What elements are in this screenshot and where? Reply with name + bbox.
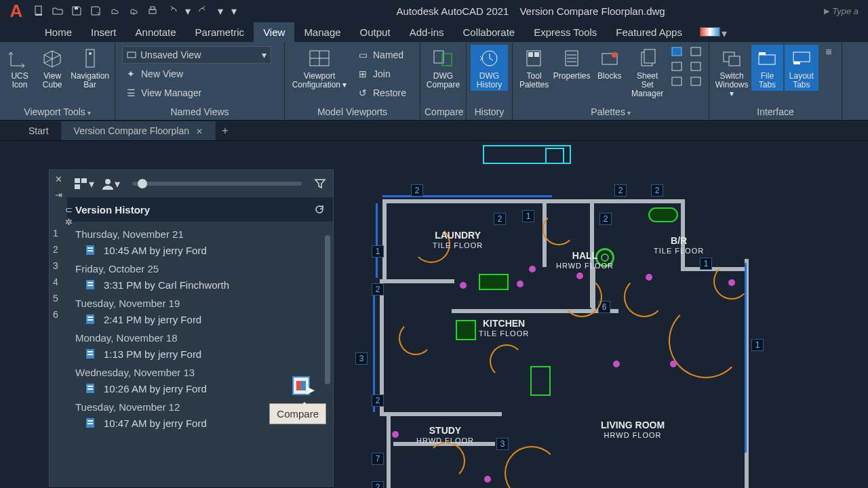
svg-rect-46	[87, 354, 93, 355]
tab-output[interactable]: Output	[351, 22, 400, 42]
dim-badge: 3	[355, 352, 368, 365]
open-icon[interactable]	[52, 5, 64, 17]
print-icon[interactable]	[146, 5, 159, 17]
filter-icon[interactable]	[314, 178, 326, 190]
palette-pin-icon[interactable]: ⇥	[55, 190, 62, 200]
vp-restore-button[interactable]: ↺Restore	[354, 84, 409, 102]
undo-icon[interactable]	[165, 5, 178, 17]
ribbon-dropdown-icon[interactable]: ▾	[722, 27, 731, 37]
version-entry[interactable]: 3:31 PM by Carl Finchworth	[67, 276, 333, 293]
panel-viewport-tools[interactable]: Viewport Tools	[4, 105, 111, 119]
version-group: Monday, November 18	[67, 328, 333, 345]
file-tabs-button[interactable]: File Tabs	[751, 45, 783, 91]
layout-tabs-button[interactable]: Layout Tabs	[785, 45, 818, 91]
version-entry[interactable]: 2:41 PM by jerry Ford	[67, 310, 333, 328]
named-view-combo[interactable]: Unsaved View▾	[122, 46, 271, 64]
tab-view[interactable]: View	[254, 22, 294, 42]
panel-compare: Compare	[425, 105, 462, 119]
color-swatch-icon[interactable]	[700, 27, 720, 37]
palette-header: Version History	[67, 197, 333, 222]
svg-rect-48	[87, 386, 93, 387]
palette-small-1-icon[interactable]	[671, 46, 683, 58]
new-icon[interactable]	[33, 5, 45, 17]
dim-badge: 2	[372, 481, 384, 488]
tab-annotate[interactable]: Annotate	[126, 22, 186, 42]
tab-home[interactable]: Home	[35, 22, 81, 42]
svg-rect-51	[87, 420, 93, 422]
tab-addins[interactable]: Add-ins	[400, 22, 454, 42]
dim-badge: 1	[372, 245, 384, 258]
version-entry[interactable]: 1:13 PM by jerry Ford	[67, 345, 333, 363]
interface-small-icon[interactable]: ≡	[823, 46, 835, 58]
start-tab[interactable]: Start	[16, 121, 62, 140]
palette-small-4-icon[interactable]	[690, 46, 702, 58]
add-tab-button[interactable]: +	[216, 125, 235, 137]
palette-close-icon[interactable]: ✕	[55, 174, 62, 184]
compare-version-button[interactable]	[292, 376, 310, 395]
tool-palettes-button[interactable]: Tool Palettes	[517, 45, 551, 91]
tab-collaborate[interactable]: Collaborate	[453, 22, 524, 42]
blocks-button[interactable]: Blocks	[592, 45, 627, 82]
close-icon[interactable]: ✕	[196, 127, 203, 136]
tab-parametric[interactable]: Parametric	[186, 22, 254, 42]
ribbon: UCS Icon View Cube Navigation Bar Viewpo…	[0, 42, 868, 121]
vp-named-button[interactable]: ▭Named	[354, 46, 409, 64]
time-slider[interactable]	[132, 182, 302, 186]
search-input[interactable]: Type a	[832, 6, 863, 16]
panel-palettes[interactable]: Palettes	[517, 105, 705, 119]
switch-windows-button[interactable]: Switch Windows ▾	[713, 45, 750, 100]
save-icon[interactable]	[71, 5, 83, 17]
panel-named-views: Named Views	[119, 105, 280, 119]
palette-small-3-icon[interactable]	[671, 76, 683, 88]
room-laundry: LAUNDRYTILE FLOOR	[433, 230, 483, 251]
svg-rect-1	[75, 7, 78, 9]
svg-rect-40	[87, 285, 93, 286]
tab-manage[interactable]: Manage	[294, 22, 350, 42]
tab-express[interactable]: Express Tools	[524, 22, 606, 42]
saveas-icon[interactable]	[90, 5, 102, 17]
gear-icon[interactable]: ✲	[65, 217, 75, 226]
svg-point-5	[89, 52, 92, 55]
palette-small-5-icon[interactable]	[690, 61, 702, 73]
svg-rect-21	[672, 77, 682, 85]
svg-rect-42	[87, 317, 93, 318]
sheetset-button[interactable]: Sheet Set Manager	[628, 45, 667, 100]
version-history-palette: ✕ ⇥ ▾ ▾ Version History Thursday, Novemb…	[49, 169, 334, 487]
qat-customize-icon[interactable]: ▾	[231, 5, 237, 17]
version-entry[interactable]: 10:45 AM by jerry Ford	[67, 241, 333, 259]
file-title: Version Compare Floorplan.dwg	[519, 5, 665, 17]
version-group: Friday, October 25	[67, 259, 333, 276]
ucs-icon-button[interactable]: UCS Icon	[4, 45, 35, 91]
dwg-history-button[interactable]: DWG History	[471, 45, 508, 91]
palette-small-2-icon[interactable]	[671, 61, 683, 73]
redo-icon[interactable]	[198, 5, 210, 17]
nav-bar-button[interactable]: Navigation Bar	[69, 45, 111, 91]
viewport-config-button[interactable]: Viewport Configuration ▾	[289, 45, 350, 91]
gutter-icon-1[interactable]: ⊂	[65, 205, 75, 214]
dwg-compare-button[interactable]: DWG Compare	[425, 45, 462, 91]
user-filter-icon[interactable]: ▾	[101, 178, 120, 190]
cloud-open-icon[interactable]	[108, 5, 121, 17]
view-mode-icon[interactable]: ▾	[74, 178, 94, 190]
tab-featured[interactable]: Featured Apps	[606, 22, 692, 42]
redo-drop-icon[interactable]: ▾	[217, 5, 224, 17]
palette-small-6-icon[interactable]	[690, 76, 702, 88]
view-manager-button[interactable]: ☰View Manager	[122, 84, 277, 102]
version-group: Thursday, November 21	[67, 224, 333, 241]
properties-button[interactable]: Properties	[553, 45, 591, 82]
view-cube-button[interactable]: View Cube	[37, 45, 68, 91]
undo-drop-icon[interactable]: ▾	[184, 5, 191, 17]
refresh-icon[interactable]	[314, 204, 325, 215]
search-chevron-icon[interactable]: ▶	[824, 7, 829, 16]
cloud-save-icon[interactable]	[127, 5, 140, 17]
app-logo[interactable]: A	[5, 0, 27, 22]
version-list[interactable]: Thursday, November 2110:45 AM by jerry F…	[67, 222, 333, 486]
drawing-tab[interactable]: Version Compare Floorplan✕	[62, 121, 216, 140]
dim-badge: 2	[651, 184, 663, 197]
new-view-button[interactable]: ✦New View	[122, 65, 277, 83]
dim-badge: 1	[700, 258, 712, 270]
svg-rect-22	[691, 47, 701, 56]
scrollbar[interactable]	[325, 222, 332, 486]
vp-join-button[interactable]: ⊞Join	[354, 65, 409, 83]
tab-insert[interactable]: Insert	[81, 22, 126, 42]
